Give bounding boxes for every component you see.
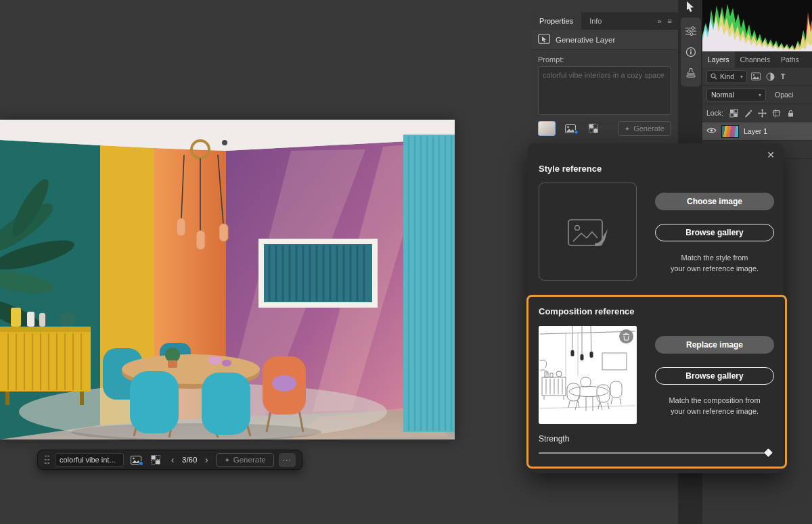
active-reference-badge: [139, 461, 143, 466]
style-desc-line1: Match the style from: [651, 253, 778, 264]
properties-panel: Properties Info » ≡ Generative Layer Pro…: [531, 12, 678, 145]
properties-tabbar: Properties Info » ≡: [531, 12, 678, 30]
taskbar-prompt-text: colorful vibe int...: [60, 456, 116, 464]
more-icon: ···: [282, 456, 292, 464]
generate-label: Generate: [633, 124, 664, 133]
chevron-right-icon: ›: [205, 454, 208, 465]
collapse-panel-icon[interactable]: »: [657, 17, 661, 25]
tab-paths[interactable]: Paths: [775, 51, 805, 68]
previous-variation-button[interactable]: ‹: [168, 453, 177, 467]
tab-info[interactable]: Info: [581, 12, 610, 30]
style-desc-line2: your own reference image.: [651, 264, 778, 275]
composition-reference-button[interactable]: [148, 453, 163, 467]
strength-slider[interactable]: [539, 449, 771, 456]
style-browse-gallery-button[interactable]: Browse gallery: [655, 224, 774, 241]
search-icon: [710, 73, 717, 80]
style-reference-title: Style reference: [539, 164, 602, 174]
type-filter-icon[interactable]: T: [779, 72, 787, 80]
slider-track[interactable]: [539, 452, 771, 454]
close-dialog-button[interactable]: ✕: [767, 149, 775, 160]
chevron-left-icon: ‹: [171, 454, 175, 465]
composition-reference-title: Composition reference: [539, 306, 635, 316]
contextual-taskbar: colorful vibe int... ‹ 3/60 › ✦ Generate…: [37, 450, 302, 470]
browse-gallery-label: Browse gallery: [685, 371, 743, 381]
pointer-tool-icon[interactable]: [685, 1, 696, 13]
adjustment-filter-icon[interactable]: [765, 72, 775, 81]
reference-dialog: ✕ Style reference Choose image Browse ga…: [528, 143, 784, 473]
blend-mode-value: Normal: [711, 91, 734, 99]
pixel-filter-icon[interactable]: [750, 72, 761, 80]
lock-transparent-pixels-icon[interactable]: [728, 109, 739, 118]
comp-desc-line1: Match the composition from: [651, 396, 778, 406]
layer-type-row: Generative Layer: [531, 30, 678, 50]
sparkle-icon: ✦: [625, 125, 630, 133]
lock-image-pixels-icon[interactable]: [742, 109, 753, 118]
sparkle-icon: ✦: [224, 456, 229, 464]
layer-row-layer1[interactable]: Layer 1: [702, 122, 812, 141]
taskbar-more-button[interactable]: ···: [279, 453, 296, 467]
opacity-label: Opacity:: [775, 91, 793, 99]
prompt-label: Prompt:: [538, 55, 671, 64]
tab-channels[interactable]: Channels: [735, 51, 775, 68]
document-canvas[interactable]: [0, 120, 455, 439]
clone-stamp-icon[interactable]: [684, 66, 698, 80]
lock-artboard-icon[interactable]: [771, 109, 782, 118]
layer-thumbnail[interactable]: [721, 125, 739, 138]
lock-label: Lock:: [706, 109, 723, 117]
properties-generate-button[interactable]: ✦ Generate: [618, 121, 671, 136]
collapsed-panel-strip: [681, 18, 701, 87]
composition-browse-gallery-button[interactable]: Browse gallery: [655, 367, 774, 385]
blend-mode-dropdown[interactable]: Normal ▾: [706, 89, 766, 101]
replace-image-button[interactable]: Replace image: [655, 336, 774, 354]
trash-icon: [623, 333, 630, 341]
generate-label: Generate: [233, 456, 266, 464]
histogram-chart: [702, 0, 812, 51]
taskbar-generate-button[interactable]: ✦ Generate: [216, 453, 273, 467]
delete-reference-button[interactable]: [619, 329, 633, 343]
tab-layers[interactable]: Layers: [702, 51, 735, 68]
style-reference-dropzone[interactable]: [539, 183, 637, 281]
choose-image-label: Choose image: [687, 197, 742, 206]
lock-all-icon[interactable]: [785, 109, 796, 118]
adjustments-panel-icon[interactable]: [684, 24, 698, 38]
composition-reference-thumbnail[interactable]: [539, 326, 637, 424]
style-reference-button[interactable]: [129, 453, 143, 467]
photoshop-window: colorful vibe int... ‹ 3/60 › ✦ Generate…: [0, 0, 812, 524]
style-reference-button-small[interactable]: [562, 122, 579, 135]
composition-grid-icon: [589, 124, 598, 133]
replace-image-label: Replace image: [686, 340, 743, 350]
lock-row: Lock:: [702, 104, 812, 122]
composition-reference-button-small[interactable]: [585, 122, 602, 135]
prompt-textarea[interactable]: colorful vibe interiors in a cozy space: [538, 66, 671, 115]
histogram-panel: [702, 0, 812, 51]
variation-thumbnail[interactable]: [538, 121, 556, 136]
info-panel-icon[interactable]: [684, 45, 698, 59]
active-reference-badge: [574, 130, 579, 135]
canvas-artwork: [0, 120, 455, 439]
strength-label: Strength: [539, 434, 569, 444]
visibility-eye-icon[interactable]: [706, 127, 717, 135]
taskbar-prompt-field[interactable]: colorful vibe int...: [55, 453, 124, 467]
prompt-value: colorful vibe interiors in a cozy space: [543, 71, 664, 79]
taskbar-drag-handle-icon[interactable]: [44, 454, 50, 465]
tab-properties[interactable]: Properties: [531, 12, 581, 30]
layer-filter-row: Kind ▾ T: [702, 68, 812, 86]
layer-name: Layer 1: [744, 127, 767, 135]
properties-actions-row: ✦ Generate: [538, 121, 671, 136]
layers-tabbar: Layers Channels Paths: [702, 51, 812, 68]
chevron-down-icon: ▾: [740, 74, 743, 80]
comp-desc-line2: your own reference image.: [651, 406, 778, 417]
image-placeholder-icon: [567, 215, 609, 249]
kind-filter-dropdown[interactable]: Kind ▾: [706, 70, 747, 83]
lock-position-icon[interactable]: [757, 109, 767, 118]
browse-gallery-label: Browse gallery: [685, 228, 743, 237]
next-variation-button[interactable]: ›: [202, 453, 211, 467]
close-icon: ✕: [767, 149, 775, 160]
panel-menu-icon[interactable]: ≡: [668, 17, 672, 25]
choose-image-button[interactable]: Choose image: [655, 193, 774, 210]
variation-counter: 3/60: [182, 456, 197, 464]
generative-layer-icon: [538, 34, 550, 45]
layer-type-label: Generative Layer: [556, 36, 615, 44]
slider-handle[interactable]: [764, 448, 773, 457]
composition-grid-icon: [151, 455, 160, 465]
